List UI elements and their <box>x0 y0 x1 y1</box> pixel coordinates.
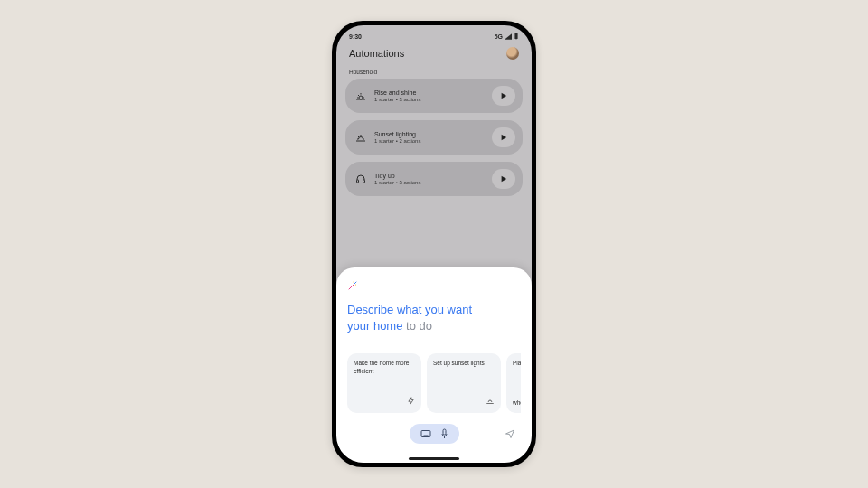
play-button[interactable] <box>492 86 515 106</box>
automation-text: Sunset lighting 1 starter • 2 actions <box>374 131 485 144</box>
prompt-word: to <box>406 319 419 333</box>
avatar[interactable] <box>506 47 519 60</box>
suggestion-row[interactable]: Make the home more efficient Set up suns… <box>347 353 521 413</box>
automation-subtitle: 1 starter • 3 actions <box>374 180 485 185</box>
prompt-text: Describe what you want your home to do <box>347 302 521 333</box>
svg-point-2 <box>359 96 363 99</box>
sunrise-icon <box>354 89 367 102</box>
prompt-word: your <box>347 319 373 333</box>
bolt-icon <box>407 397 415 407</box>
create-automation-sheet: Describe what you want your home to do M… <box>336 267 532 463</box>
mic-icon[interactable] <box>440 428 448 439</box>
automation-list: Rise and shine 1 starter • 3 actions Sun… <box>336 79 532 196</box>
automation-text: Tidy up 1 starter • 3 actions <box>374 173 485 185</box>
svg-line-13 <box>363 136 363 137</box>
section-label: Household <box>336 63 532 79</box>
svg-line-6 <box>358 95 359 96</box>
phone-frame: 9:30 5G Automations Household Rise and s… <box>332 21 536 467</box>
status-time: 9:30 <box>349 33 362 40</box>
svg-rect-23 <box>443 429 446 435</box>
suggestion-text: Play <box>513 360 521 367</box>
prompt-word: what <box>397 303 425 316</box>
status-right: 5G <box>495 33 519 40</box>
svg-rect-16 <box>363 180 365 183</box>
sunset-icon <box>354 131 367 144</box>
prompt-word: do <box>420 319 432 333</box>
sunset-small-icon <box>486 397 495 407</box>
network-label: 5G <box>495 33 503 40</box>
svg-rect-0 <box>514 33 517 39</box>
play-icon <box>500 175 507 183</box>
automation-card-rise-and-shine[interactable]: Rise and shine 1 starter • 3 actions <box>345 79 523 113</box>
automation-text: Rise and shine 1 starter • 3 actions <box>374 89 485 102</box>
input-pill[interactable] <box>410 424 459 444</box>
svg-point-17 <box>355 285 356 286</box>
prompt-word: home <box>373 319 406 333</box>
signal-icon <box>505 33 512 40</box>
battery-icon <box>514 33 519 40</box>
svg-point-18 <box>354 282 354 283</box>
suggestion-text: Set up sunset lights <box>433 360 495 367</box>
svg-rect-15 <box>357 180 359 183</box>
status-bar: 9:30 5G <box>336 25 532 42</box>
suggestion-card-sunset-lights[interactable]: Set up sunset lights <box>427 353 501 413</box>
home-indicator[interactable] <box>409 457 459 460</box>
automation-title: Rise and shine <box>374 89 485 96</box>
automation-subtitle: 1 starter • 3 actions <box>374 97 485 102</box>
prompt-word: Describe <box>347 303 397 316</box>
keyboard-icon[interactable] <box>420 429 431 438</box>
suggestion-card-peek[interactable]: Play when <box>506 353 521 413</box>
suggestion-card-efficient[interactable]: Make the home more efficient <box>347 353 421 413</box>
magic-wand-icon <box>347 278 521 295</box>
automation-title: Sunset lighting <box>374 131 485 137</box>
page-header: Automations <box>336 42 532 63</box>
prompt-word: you <box>425 303 448 316</box>
suggestion-text: when <box>513 399 521 407</box>
send-icon[interactable] <box>505 428 515 439</box>
automation-title: Tidy up <box>374 173 485 179</box>
prompt-word: want <box>448 303 472 316</box>
automation-card-sunset-lighting[interactable]: Sunset lighting 1 starter • 2 actions <box>345 120 523 155</box>
svg-line-7 <box>363 95 363 96</box>
svg-rect-1 <box>515 33 517 33</box>
play-icon <box>500 134 507 141</box>
automation-subtitle: 1 starter • 2 actions <box>374 138 485 144</box>
page-title: Automations <box>349 48 404 59</box>
play-button[interactable] <box>492 127 515 147</box>
headphones-icon <box>354 173 367 185</box>
screen: 9:30 5G Automations Household Rise and s… <box>336 25 532 463</box>
play-button[interactable] <box>492 169 515 189</box>
automation-card-tidy-up[interactable]: Tidy up 1 starter • 3 actions <box>345 162 523 196</box>
svg-line-12 <box>358 136 359 137</box>
suggestion-text: Make the home more efficient <box>354 360 415 375</box>
input-bar <box>347 424 521 444</box>
play-icon <box>500 92 507 99</box>
